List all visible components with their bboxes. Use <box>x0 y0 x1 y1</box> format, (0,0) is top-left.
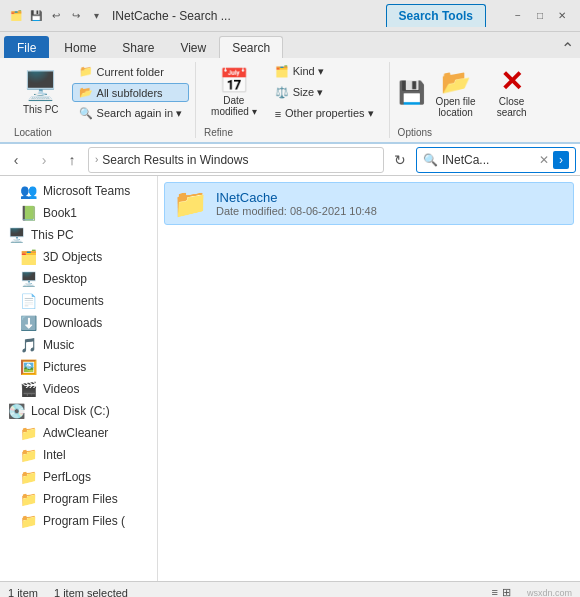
search-again-label: Search again in ▾ <box>97 107 183 120</box>
open-file-location-label: Open filelocation <box>436 96 476 118</box>
sidebar-item-book1[interactable]: 📗 Book1 <box>0 202 157 224</box>
program-files-label: Program Files <box>43 492 118 506</box>
tab-file[interactable]: File <box>4 36 49 58</box>
documents-icon: 📄 <box>20 293 37 309</box>
sidebar-item-perflogs[interactable]: 📁 PerfLogs <box>0 466 157 488</box>
ribbon-tabs: File Home Share View Search ⌃ <box>0 32 580 58</box>
date-modified-label: Datemodified ▾ <box>211 95 257 117</box>
search-tools-label: Search Tools <box>399 9 473 23</box>
3d-objects-icon: 🗂️ <box>20 249 37 265</box>
inetcache-meta: Date modified: 08-06-2021 10:48 <box>216 205 377 217</box>
selected-count: 1 item selected <box>54 587 128 598</box>
search-input[interactable] <box>442 153 535 167</box>
sidebar-item-program-files[interactable]: 📁 Program Files <box>0 488 157 510</box>
tab-file-label: File <box>17 41 36 55</box>
sidebar-item-pictures[interactable]: 🖼️ Pictures <box>0 356 157 378</box>
watermark: wsxdn.com <box>527 588 572 598</box>
options-items: 💾 📂 Open filelocation ✕ Closesearch <box>398 62 537 123</box>
local-disk-icon: 💽 <box>8 403 25 419</box>
size-button[interactable]: ⚖️ Size ▾ <box>268 83 381 102</box>
intel-label: Intel <box>43 448 66 462</box>
downloads-label: Downloads <box>43 316 102 330</box>
redo-icon[interactable]: ↪ <box>68 8 84 24</box>
status-bar: 1 item 1 item selected ≡ ⊞ wsxdn.com <box>0 581 580 597</box>
book1-label: Book1 <box>43 206 77 220</box>
sidebar-item-documents[interactable]: 📄 Documents <box>0 290 157 312</box>
undo-icon[interactable]: ↩ <box>48 8 64 24</box>
teams-icon: 👥 <box>20 183 37 199</box>
path-text: Search Results in Windows <box>102 153 248 167</box>
sidebar-item-videos[interactable]: 🎬 Videos <box>0 378 157 400</box>
search-clear-button[interactable]: ✕ <box>539 153 549 167</box>
list-view-button[interactable]: ≡ <box>492 586 498 597</box>
tab-share-label: Share <box>122 41 154 55</box>
sidebar-item-3d-objects[interactable]: 🗂️ 3D Objects <box>0 246 157 268</box>
forward-button[interactable]: › <box>32 148 56 172</box>
tab-search[interactable]: Search <box>219 36 283 58</box>
sidebar-item-local-disk[interactable]: 💽 Local Disk (C:) <box>0 400 157 422</box>
search-go-button[interactable]: › <box>553 151 569 169</box>
sidebar-item-microsoft-teams[interactable]: 👥 Microsoft Teams <box>0 180 157 202</box>
refine-column: 🗂️ Kind ▾ ⚖️ Size ▾ ≡ Other properties ▾ <box>268 62 381 123</box>
close-search-button[interactable]: ✕ Closesearch <box>487 63 537 123</box>
kind-button[interactable]: 🗂️ Kind ▾ <box>268 62 381 81</box>
this-pc-button[interactable]: 🖥️ This PC <box>14 62 68 122</box>
save-search-button[interactable]: 💾 <box>398 80 425 106</box>
options-group-label: Options <box>398 123 432 138</box>
sidebar-item-music[interactable]: 🎵 Music <box>0 334 157 356</box>
refresh-button[interactable]: ↻ <box>388 148 412 172</box>
videos-label: Videos <box>43 382 79 396</box>
teams-label: Microsoft Teams <box>43 184 130 198</box>
inetcache-info: INetCache Date modified: 08-06-2021 10:4… <box>216 190 377 217</box>
title-bar: 🗂️ 💾 ↩ ↪ ▾ INetCache - Search ... Search… <box>0 0 580 32</box>
up-button[interactable]: ↑ <box>60 148 84 172</box>
other-props-icon: ≡ <box>275 108 281 120</box>
size-icon: ⚖️ <box>275 86 289 99</box>
maximize-button[interactable]: □ <box>530 6 550 26</box>
program-files-icon: 📁 <box>20 491 37 507</box>
minimize-button[interactable]: − <box>508 6 528 26</box>
current-folder-button[interactable]: 📁 Current folder <box>72 62 190 81</box>
other-properties-button[interactable]: ≡ Other properties ▾ <box>268 104 381 123</box>
open-file-location-button[interactable]: 📂 Open filelocation <box>429 63 483 123</box>
kind-label: Kind ▾ <box>293 65 324 78</box>
file-item-inetcache[interactable]: 📁 INetCache Date modified: 08-06-2021 10… <box>164 182 574 225</box>
address-path[interactable]: › Search Results in Windows <box>88 147 384 173</box>
save-stack: 💾 <box>398 80 425 106</box>
ribbon-collapse-button[interactable]: ⌃ <box>555 39 580 58</box>
adwcleaner-icon: 📁 <box>20 425 37 441</box>
save-icon-small[interactable]: 💾 <box>28 8 44 24</box>
dropdown-icon[interactable]: ▾ <box>88 8 104 24</box>
close-button[interactable]: ✕ <box>552 6 572 26</box>
search-again-icon: 🔍 <box>79 107 93 120</box>
sidebar-item-program-files-x86[interactable]: 📁 Program Files ( <box>0 510 157 532</box>
search-again-button[interactable]: 🔍 Search again in ▾ <box>72 104 190 123</box>
sidebar-item-downloads[interactable]: ⬇️ Downloads <box>0 312 157 334</box>
refine-items: 📅 Datemodified ▾ 🗂️ Kind ▾ ⚖️ Size ▾ ≡ O… <box>204 62 381 123</box>
sidebar-item-intel[interactable]: 📁 Intel <box>0 444 157 466</box>
this-pc-label: This PC <box>23 104 59 115</box>
sidebar-item-this-pc[interactable]: 🖥️ This PC <box>0 224 157 246</box>
tab-home[interactable]: Home <box>51 36 109 58</box>
search-box: 🔍 ✕ › <box>416 147 576 173</box>
path-chevron: › <box>95 154 98 165</box>
this-pc-icon: 🖥️ <box>23 69 58 102</box>
sidebar-item-adwcleaner[interactable]: 📁 AdwCleaner <box>0 422 157 444</box>
music-icon: 🎵 <box>20 337 37 353</box>
size-label: Size ▾ <box>293 86 323 99</box>
back-button[interactable]: ‹ <box>4 148 28 172</box>
date-modified-button[interactable]: 📅 Datemodified ▾ <box>204 62 264 122</box>
this-pc-sidebar-icon: 🖥️ <box>8 227 25 243</box>
tab-view[interactable]: View <box>167 36 219 58</box>
desktop-label: Desktop <box>43 272 87 286</box>
documents-label: Documents <box>43 294 104 308</box>
details-view-button[interactable]: ⊞ <box>502 586 511 597</box>
sidebar-item-desktop[interactable]: 🖥️ Desktop <box>0 268 157 290</box>
tab-share[interactable]: Share <box>109 36 167 58</box>
other-properties-label: Other properties ▾ <box>285 107 374 120</box>
open-file-location-icon: 📂 <box>441 68 471 96</box>
ribbon-content: 🖥️ This PC 📁 Current folder 📂 All subfol… <box>0 58 580 144</box>
all-subfolders-button[interactable]: 📂 All subfolders <box>72 83 190 102</box>
ribbon-group-location: 🖥️ This PC 📁 Current folder 📂 All subfol… <box>8 62 196 138</box>
search-tools-tab[interactable]: Search Tools <box>386 4 486 27</box>
